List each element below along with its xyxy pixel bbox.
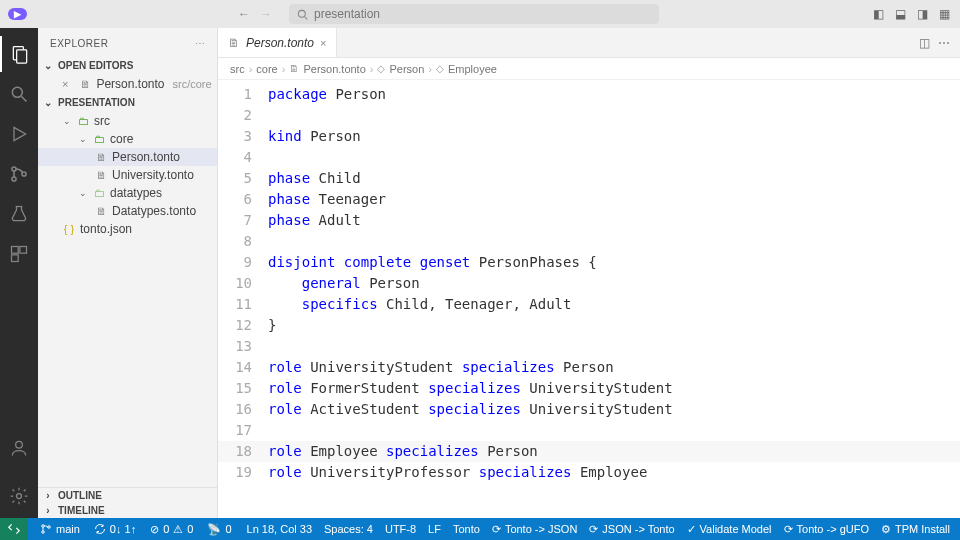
status-eol[interactable]: LF <box>422 518 447 540</box>
code-line[interactable]: 13 <box>218 336 960 357</box>
file-icon: 🗎 <box>94 151 108 163</box>
chevron-down-icon: ⌄ <box>78 188 88 198</box>
split-editor-icon[interactable]: ◫ <box>919 36 930 50</box>
svg-line-1 <box>305 16 308 19</box>
close-icon[interactable]: × <box>62 78 68 90</box>
svg-point-15 <box>17 494 22 499</box>
svg-point-0 <box>298 10 305 17</box>
project-section[interactable]: ⌄ PRESENTATION <box>38 95 217 110</box>
status-language[interactable]: Tonto <box>447 518 486 540</box>
file-university[interactable]: 🗎 University.tonto <box>38 166 217 184</box>
code-line[interactable]: 5phase Child <box>218 168 960 189</box>
code-line[interactable]: 16role ActiveStudent specializes Univers… <box>218 399 960 420</box>
folder-datatypes[interactable]: ⌄ 🗀 datatypes <box>38 184 217 202</box>
folder-src[interactable]: ⌄ 🗀 src <box>38 112 217 130</box>
symbol-icon: ◇ <box>377 63 385 74</box>
activity-extensions-icon[interactable] <box>0 236 38 272</box>
file-datatypes[interactable]: 🗎 Datatypes.tonto <box>38 202 217 220</box>
file-tonto-json[interactable]: { } tonto.json <box>38 220 217 238</box>
code-line[interactable]: 19role UniversityProfessor specializes E… <box>218 462 960 483</box>
open-editor-item[interactable]: × 🗎 Person.tonto src/core <box>38 75 217 93</box>
code-line[interactable]: 14role UniversityStudent specializes Per… <box>218 357 960 378</box>
svg-point-4 <box>12 87 22 97</box>
code-line[interactable]: 17 <box>218 420 960 441</box>
file-icon: 🗎 <box>289 63 299 74</box>
outline-section[interactable]: › OUTLINE <box>38 488 217 503</box>
chevron-down-icon: ⌄ <box>42 60 54 71</box>
code-line[interactable]: 18role Employee specializes Person <box>218 441 960 462</box>
code-editor[interactable]: 1package Person23kind Person45phase Chil… <box>218 80 960 518</box>
code-line[interactable]: 10 general Person <box>218 273 960 294</box>
code-line[interactable]: 15role FormerStudent specializes Univers… <box>218 378 960 399</box>
status-action-json-tonto[interactable]: ⟳JSON -> Tonto <box>583 518 680 540</box>
layout-primary-icon[interactable]: ◧ <box>870 6 886 22</box>
chevron-right-icon: › <box>42 490 54 501</box>
json-icon: { } <box>62 223 76 235</box>
svg-point-17 <box>42 531 45 534</box>
search-icon <box>297 9 308 20</box>
open-editors-section[interactable]: ⌄ OPEN EDITORS <box>38 58 217 73</box>
tab-bar: 🗎 Person.tonto × ◫ ⋯ <box>218 28 960 58</box>
status-action-tpm[interactable]: ⚙TPM Install <box>875 518 956 540</box>
code-line[interactable]: 9disjoint complete genset PersonPhases { <box>218 252 960 273</box>
status-encoding[interactable]: UTF-8 <box>379 518 422 540</box>
file-icon: 🗎 <box>94 169 108 181</box>
tab-person[interactable]: 🗎 Person.tonto × <box>218 28 337 57</box>
status-cursor[interactable]: Ln 18, Col 33 <box>241 518 318 540</box>
status-action-validate[interactable]: ✓Validate Model <box>681 518 778 540</box>
folder-icon: 🗀 <box>92 187 106 199</box>
status-indent[interactable]: Spaces: 4 <box>318 518 379 540</box>
chevron-down-icon: ⌄ <box>42 97 54 108</box>
code-line[interactable]: 1package Person <box>218 84 960 105</box>
svg-point-7 <box>12 167 16 171</box>
chevron-down-icon: ⌄ <box>78 134 88 144</box>
status-branch[interactable]: main <box>34 518 86 540</box>
command-center-search[interactable]: presentation <box>289 4 659 24</box>
explorer-more-icon[interactable]: ⋯ <box>195 38 206 49</box>
status-ports[interactable]: 📡0 <box>201 518 237 540</box>
status-sync[interactable]: 0↓ 1↑ <box>88 518 142 540</box>
activity-source-control-icon[interactable] <box>0 156 38 192</box>
activity-search-icon[interactable] <box>0 76 38 112</box>
code-line[interactable]: 8 <box>218 231 960 252</box>
editor-area: 🗎 Person.tonto × ◫ ⋯ src› core› 🗎 Person… <box>218 28 960 518</box>
code-line[interactable]: 12} <box>218 315 960 336</box>
titlebar: ▶ ← → presentation ◧ ⬓ ◨ ▦ <box>0 0 960 28</box>
folder-icon: 🗀 <box>76 115 90 127</box>
code-line[interactable]: 4 <box>218 147 960 168</box>
more-actions-icon[interactable]: ⋯ <box>938 36 950 50</box>
folder-core[interactable]: ⌄ 🗀 core <box>38 130 217 148</box>
status-action-tonto-json[interactable]: ⟳Tonto -> JSON <box>486 518 583 540</box>
status-problems[interactable]: ⊘0 ⚠0 <box>144 518 199 540</box>
svg-rect-12 <box>20 247 27 254</box>
code-line[interactable]: 6phase Teenager <box>218 189 960 210</box>
chevron-right-icon: › <box>42 505 54 516</box>
svg-point-9 <box>22 172 26 176</box>
symbol-icon: ◇ <box>436 63 444 74</box>
activity-testing-icon[interactable] <box>0 196 38 232</box>
code-line[interactable]: 3kind Person <box>218 126 960 147</box>
status-action-gufo[interactable]: ⟳Tonto -> gUFO <box>778 518 875 540</box>
layout-secondary-icon[interactable]: ◨ <box>914 6 930 22</box>
close-icon[interactable]: × <box>320 37 326 49</box>
file-icon: 🗎 <box>228 36 240 50</box>
remote-indicator[interactable] <box>0 518 28 540</box>
layout-customize-icon[interactable]: ▦ <box>936 6 952 22</box>
folder-icon: 🗀 <box>92 133 106 145</box>
timeline-section[interactable]: › TIMELINE <box>38 503 217 518</box>
activity-run-icon[interactable] <box>0 116 38 152</box>
code-line[interactable]: 11 specifics Child, Teenager, Adult <box>218 294 960 315</box>
code-line[interactable]: 2 <box>218 105 960 126</box>
svg-point-8 <box>12 177 16 181</box>
activity-settings-icon[interactable] <box>0 478 38 514</box>
breadcrumbs[interactable]: src› core› 🗎 Person.tonto› ◇ Person› ◇ E… <box>218 58 960 80</box>
activity-account-icon[interactable] <box>0 430 38 466</box>
nav-forward-icon[interactable]: → <box>257 5 275 23</box>
layout-panel-icon[interactable]: ⬓ <box>892 6 908 22</box>
code-line[interactable]: 7phase Adult <box>218 210 960 231</box>
svg-point-14 <box>16 441 23 448</box>
file-person[interactable]: 🗎 Person.tonto <box>38 148 217 166</box>
search-placeholder: presentation <box>314 7 380 21</box>
nav-back-icon[interactable]: ← <box>235 5 253 23</box>
activity-explorer-icon[interactable] <box>0 36 38 72</box>
